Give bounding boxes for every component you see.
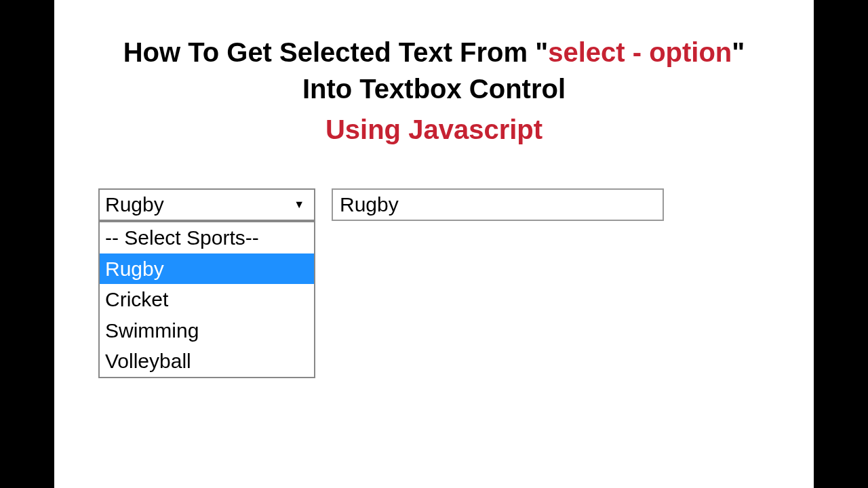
dropdown-option-rugby[interactable]: Rugby	[100, 253, 314, 285]
main-content: How To Get Selected Text From "select - …	[54, 0, 814, 488]
result-textbox[interactable]	[332, 188, 664, 221]
dropdown-option-volleyball[interactable]: Volleyball	[100, 346, 314, 377]
title-text-prefix: How To Get Selected Text From "	[123, 37, 548, 67]
sports-select[interactable]: Rugby ▼	[98, 188, 315, 221]
right-black-bar	[814, 0, 868, 488]
title-highlight: select - option	[548, 37, 732, 67]
chevron-down-icon: ▼	[294, 199, 304, 211]
left-black-bar	[0, 0, 54, 488]
title-line-3: Using Javascript	[54, 111, 814, 148]
sports-select-wrapper: Rugby ▼ -- Select Sports-- Rugby Cricket…	[98, 188, 315, 221]
title-line-2: Into Textbox Control	[54, 70, 814, 107]
dropdown-option-swimming[interactable]: Swimming	[100, 315, 314, 346]
dropdown-option-placeholder[interactable]: -- Select Sports--	[100, 222, 314, 253]
dropdown-option-cricket[interactable]: Cricket	[100, 284, 314, 315]
page-title: How To Get Selected Text From "select - …	[54, 34, 814, 148]
select-value: Rugby	[105, 193, 164, 216]
title-line-1: How To Get Selected Text From "select - …	[54, 34, 814, 70]
sports-dropdown: -- Select Sports-- Rugby Cricket Swimmin…	[98, 221, 315, 378]
demo-area: Rugby ▼ -- Select Sports-- Rugby Cricket…	[54, 188, 814, 221]
title-text-suffix: "	[732, 37, 745, 67]
